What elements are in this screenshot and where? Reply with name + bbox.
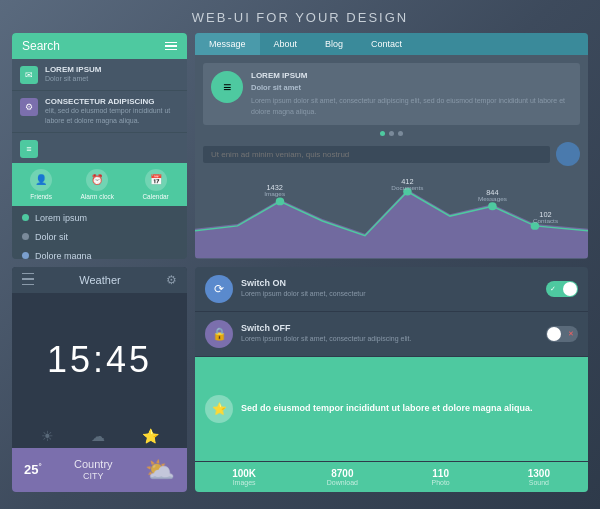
item-subtitle: elit, sed do eiusmod tempor incididunt u… <box>45 106 179 126</box>
browser-search-row <box>195 138 588 170</box>
weather-title: Weather <box>79 274 120 286</box>
stat-sound-value: 1300 <box>490 468 588 479</box>
tab-message[interactable]: Message <box>195 33 260 55</box>
content-card: ≡ LOREM IPSUM Dolor sit amet Lorem ipsum… <box>203 63 580 125</box>
switch-off-subtitle: Lorem ipsum dolor sit amet, consectetur … <box>241 334 538 344</box>
friends-button[interactable]: 👤 Friends <box>30 169 52 200</box>
dot-gray <box>22 233 29 240</box>
switch-row-on: ⟳ Switch ON Lorem ipsum dolor sit amet, … <box>195 267 588 312</box>
browser-dots <box>195 129 588 138</box>
switch-off-icon: 🔒 <box>205 320 233 348</box>
switch-on-subtitle: Lorem ipsum dolor sit amet, consectetur <box>241 289 538 299</box>
switch-row-off: 🔒 Switch OFF Lorem ipsum dolor sit amet,… <box>195 312 588 357</box>
avatar <box>556 142 580 166</box>
browser-search-input[interactable] <box>203 146 550 163</box>
stat-images: 100K Images <box>195 468 293 486</box>
weather-icons-row: ☀ ☁ ⭐ <box>12 424 187 448</box>
nav-item[interactable]: Dolor sit <box>20 229 179 245</box>
item-subtitle: Dolor sit amet <box>45 74 101 84</box>
stat-photo: 110 Photo <box>392 468 490 486</box>
item-title: LOREM IPSUM <box>45 65 101 74</box>
list-item: ⚙ CONSECTETUR ADIPISCING elit, sed do ei… <box>12 91 187 132</box>
list-item: ≡ <box>12 133 187 163</box>
weather-time: 15:45 <box>12 293 187 424</box>
toggle-on[interactable]: ✓ <box>546 281 578 297</box>
stat-photo-label: Photo <box>392 479 490 486</box>
svg-point-1 <box>276 198 284 206</box>
stat-sound: 1300 Sound <box>490 468 588 486</box>
svg-text:Messages: Messages <box>478 196 507 203</box>
tab-blog[interactable]: Blog <box>311 33 357 55</box>
switch-green-icon: ⭐ <box>205 395 233 423</box>
cloud-icon: ☁ <box>91 428 105 444</box>
browser-tabs: Message About Blog Contact <box>195 33 588 55</box>
mobile-icons-row: 👤 Friends ⏰ Alarm clock 📅 Calendar <box>12 163 187 206</box>
dot-blue <box>22 252 29 258</box>
page-title: WEB-UI FOR YOUR DESIGN <box>0 0 600 33</box>
panel-weather: Weather ⚙ 15:45 ☀ ☁ ⭐ 25° Country CITY ⛅ <box>12 267 187 493</box>
stat-images-value: 100K <box>195 468 293 479</box>
stat-download: 8700 Download <box>293 468 391 486</box>
menu-icon: ≡ <box>20 140 38 158</box>
search-label: Search <box>22 39 60 53</box>
hamburger-icon[interactable] <box>165 42 177 51</box>
weather-hamburger-icon[interactable] <box>22 273 34 288</box>
chart-svg: 1432 Images 412 Documents 844 Messages 1… <box>195 170 588 258</box>
mobile-search-bar: Search <box>12 33 187 59</box>
stats-row: 100K Images 8700 Download 110 Photo 1300… <box>195 462 588 492</box>
card-body: Lorem ipsum dolor sit amet, consectetur … <box>251 96 572 117</box>
svg-text:Contacts: Contacts <box>533 217 558 224</box>
weather-footer: 25° Country CITY ⛅ <box>12 448 187 492</box>
settings-icon: ⚙ <box>20 98 38 116</box>
panel-browser: Message About Blog Contact ≡ LOREM IPSUM… <box>195 33 588 259</box>
svg-text:Documents: Documents <box>391 184 423 191</box>
card-title: LOREM IPSUM <box>251 71 572 80</box>
card-subtitle: Dolor sit amet <box>251 82 572 93</box>
nav-item[interactable]: Lorem ipsum <box>20 210 179 226</box>
main-grid: Search ✉ LOREM IPSUM Dolor sit amet ⚙ <box>0 33 600 504</box>
star-icon: ⭐ <box>142 428 159 444</box>
weather-temperature: 25° <box>24 462 42 477</box>
alarm-button[interactable]: ⏰ Alarm clock <box>80 169 114 200</box>
panel-settings: ⟳ Switch ON Lorem ipsum dolor sit amet, … <box>195 267 588 493</box>
svg-point-3 <box>488 203 496 211</box>
nav-item[interactable]: Dolore magna <box>20 248 179 259</box>
switch-green-title: Sed do eiusmod tempor incididunt ut labo… <box>241 403 578 413</box>
stat-download-label: Download <box>293 479 391 486</box>
stat-download-value: 8700 <box>293 468 391 479</box>
calendar-button[interactable]: 📅 Calendar <box>142 169 168 200</box>
item-title: CONSECTETUR ADIPISCING <box>45 97 179 106</box>
weather-header: Weather ⚙ <box>12 267 187 294</box>
toggle-off[interactable]: ✕ <box>546 326 578 342</box>
browser-chart: 1432 Images 412 Documents 844 Messages 1… <box>195 170 588 258</box>
tab-contact[interactable]: Contact <box>357 33 416 55</box>
weather-city: Country CITY <box>74 457 113 483</box>
switch-off-title: Switch OFF <box>241 323 538 333</box>
panel-mobile: Search ✉ LOREM IPSUM Dolor sit amet ⚙ <box>12 33 187 259</box>
switch-on-icon: ⟳ <box>205 275 233 303</box>
stat-sound-label: Sound <box>490 479 588 486</box>
gear-icon[interactable]: ⚙ <box>166 273 177 287</box>
svg-text:Images: Images <box>264 191 285 198</box>
sun-icon: ☀ <box>41 428 54 444</box>
dot-green <box>22 214 29 221</box>
tab-about[interactable]: About <box>260 33 312 55</box>
mobile-list-items: ✉ LOREM IPSUM Dolor sit amet ⚙ CONSECTET… <box>12 59 187 163</box>
stat-images-label: Images <box>195 479 293 486</box>
card-icon: ≡ <box>211 71 243 103</box>
stat-photo-value: 110 <box>392 468 490 479</box>
switch-row-green: ⭐ Sed do eiusmod tempor incididunt ut la… <box>195 357 588 463</box>
switch-on-title: Switch ON <box>241 278 538 288</box>
email-icon: ✉ <box>20 66 38 84</box>
weather-cloud-icon: ⛅ <box>145 456 175 484</box>
list-item: ✉ LOREM IPSUM Dolor sit amet <box>12 59 187 90</box>
mobile-nav-list: Lorem ipsum Dolor sit Dolore magna <box>12 206 187 259</box>
